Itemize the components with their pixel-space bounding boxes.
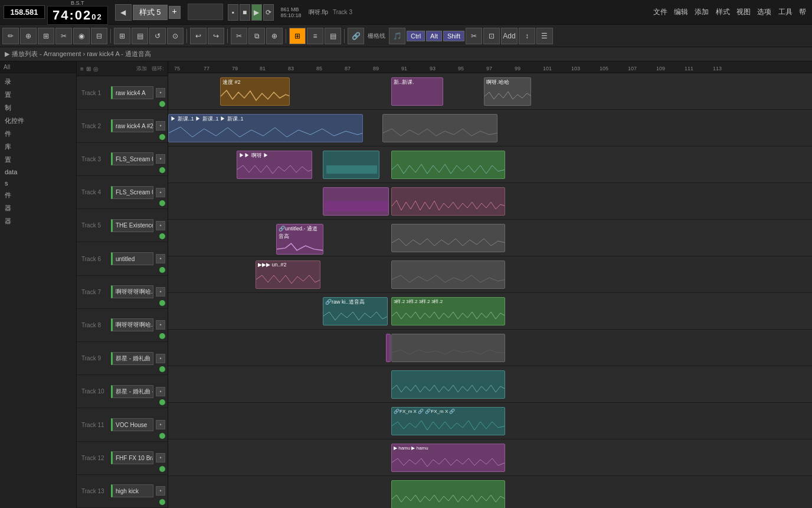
- sidebar-item-file[interactable]: 件: [0, 128, 76, 140]
- clip-t3-2[interactable]: [323, 151, 379, 179]
- track-btn-7[interactable]: •: [156, 287, 165, 297]
- track-btn-13[interactable]: •: [156, 486, 165, 496]
- copy-btn[interactable]: ⧉: [248, 28, 265, 44]
- track-btn-6[interactable]: •: [156, 254, 165, 263]
- track-btn-11[interactable]: •: [156, 420, 165, 429]
- track-name-5[interactable]: THE Existence of.: [111, 219, 153, 232]
- sidebar-item-s[interactable]: s: [0, 178, 76, 188]
- alt-btn[interactable]: Alt: [426, 31, 442, 41]
- transport-btn2[interactable]: ■: [240, 4, 250, 21]
- link-btn[interactable]: 🔗: [348, 28, 364, 44]
- snap-btn[interactable]: ⊞: [114, 28, 130, 44]
- track-name-9[interactable]: 群星 - 婚礼曲: [111, 352, 153, 365]
- menu-view[interactable]: 视图: [736, 8, 751, 16]
- menu-options[interactable]: 选项: [757, 8, 771, 16]
- track-name-13[interactable]: high kick: [111, 484, 153, 497]
- scissors-btn[interactable]: ✂: [466, 28, 482, 44]
- add-btn[interactable]: Add: [501, 28, 518, 44]
- clip-t3-3[interactable]: [391, 151, 505, 179]
- redo-btn[interactable]: ↪: [208, 28, 224, 44]
- menu-bar[interactable]: 文件 编辑 添加 样式 视图 选项 工具 帮: [651, 7, 808, 17]
- metronome-btn[interactable]: 🎵: [389, 28, 405, 44]
- clip-t6-1[interactable]: ▶▶▶ un..#2: [256, 260, 320, 289]
- clip-t2-1[interactable]: ▶ 新课..1 ▶ 新课..1 ▶ 新课..1: [168, 114, 363, 142]
- piano-roll-btn[interactable]: ⊞: [289, 28, 306, 44]
- mixer-btn[interactable]: ≡: [307, 28, 323, 44]
- clip-t10-1[interactable]: 🔗FX_m X 🔗 🔗FX_m X 🔗: [391, 407, 505, 435]
- track-name-1[interactable]: raw kick4 A: [111, 86, 153, 99]
- track-btn-12[interactable]: •: [156, 453, 165, 463]
- sidebar-item-rec[interactable]: 录: [0, 76, 76, 88]
- clip-t8-1[interactable]: [386, 334, 391, 362]
- cut-btn[interactable]: ✂: [231, 28, 247, 44]
- track-btn-2[interactable]: •: [156, 121, 165, 131]
- undo-btn[interactable]: ↩: [190, 28, 207, 44]
- clip-t1-2[interactable]: 新..新课.: [391, 77, 443, 106]
- menu-edit[interactable]: 编辑: [674, 8, 688, 16]
- track-name-4[interactable]: FLS_Scream 001.: [111, 186, 153, 199]
- sidebar-item-data[interactable]: data: [0, 167, 76, 177]
- paste-btn[interactable]: ⊕: [266, 28, 283, 44]
- track-btn-1[interactable]: •: [156, 88, 165, 97]
- sidebar-item-ctrl[interactable]: 制: [0, 102, 76, 114]
- clip-t1-3[interactable]: 啊呀.哈哈: [484, 77, 531, 106]
- clip-t7-1[interactable]: 🔗raw ki..道音高: [323, 297, 388, 325]
- sidebar-item-ctrl2[interactable]: 化控件: [0, 115, 76, 127]
- ctrl-btn[interactable]: Ctrl: [407, 31, 425, 41]
- loop-btn[interactable]: ↺: [149, 28, 166, 44]
- track-name-10[interactable]: 群星 - 婚礼曲 - P.: [111, 385, 153, 398]
- prev-pattern-btn[interactable]: ◀: [115, 4, 132, 21]
- sidebar-item-set[interactable]: 置: [0, 89, 76, 101]
- header-icon3[interactable]: ◎: [93, 66, 99, 72]
- track-name-11[interactable]: VOC House: [111, 418, 153, 431]
- erase-tool[interactable]: ✂: [55, 28, 72, 44]
- track-name-6[interactable]: untitled: [111, 252, 153, 265]
- clip-t4-1[interactable]: [323, 187, 389, 216]
- clip-t4-2[interactable]: [391, 187, 505, 216]
- clip-t9-1[interactable]: [391, 370, 505, 399]
- stamp-btn[interactable]: ⊡: [483, 28, 500, 44]
- track-name-12[interactable]: FHF FX 10 Brass F: [111, 451, 153, 464]
- clip-t3-1[interactable]: ▶▶ 啊呀 ▶: [237, 151, 312, 179]
- clip-t5-1[interactable]: 🔗untitled.- 通道音高: [276, 224, 323, 255]
- draw-tool[interactable]: ✏: [2, 28, 19, 44]
- group-btn[interactable]: ▤: [132, 28, 148, 44]
- sidebar-all[interactable]: All: [4, 64, 10, 70]
- transport-btn3[interactable]: ▶: [251, 4, 262, 21]
- track-btn-4[interactable]: •: [156, 188, 165, 197]
- arrow-btn[interactable]: ↕: [519, 28, 535, 44]
- transport-btn1[interactable]: ▪: [228, 4, 238, 21]
- sidebar-item-set2[interactable]: 置: [0, 154, 76, 166]
- extra-btn[interactable]: ☰: [536, 28, 553, 44]
- clip-t5-2[interactable]: [391, 224, 505, 252]
- track-btn-5[interactable]: •: [156, 221, 165, 230]
- track-btn-3[interactable]: •: [156, 154, 165, 164]
- clip-t11-1[interactable]: ▶ hamu ▶ hamu: [391, 444, 505, 472]
- menu-add[interactable]: 添加: [695, 8, 709, 16]
- header-icon1[interactable]: ≡: [80, 66, 84, 72]
- browser-btn[interactable]: ▤: [325, 28, 341, 44]
- transport-btn4[interactable]: ⟳: [263, 4, 274, 21]
- track-name-7[interactable]: 啊呀呀呀啊哈.: [111, 285, 153, 298]
- sidebar-item-part[interactable]: 件: [0, 189, 76, 201]
- track-name-2[interactable]: raw kick4 A #2: [111, 119, 153, 132]
- bpm-display[interactable]: 158.581: [4, 5, 45, 19]
- menu-help[interactable]: 帮: [799, 8, 806, 16]
- header-icon2[interactable]: ⊞: [86, 66, 91, 72]
- sidebar-item-lib[interactable]: 库: [0, 141, 76, 153]
- menu-tools[interactable]: 工具: [778, 8, 793, 16]
- clip-t2-2[interactable]: [382, 114, 497, 142]
- select-tool[interactable]: ⊕: [20, 28, 37, 44]
- menu-file[interactable]: 文件: [653, 8, 667, 16]
- record-btn[interactable]: ⊙: [167, 28, 184, 44]
- clip-t1-1[interactable]: 速度 #2: [220, 77, 290, 106]
- add-pattern-btn[interactable]: +: [169, 6, 181, 19]
- track-name-3[interactable]: FLS_Scream 001: [111, 152, 153, 165]
- sidebar-item-inst[interactable]: 器: [0, 202, 76, 214]
- shift-btn[interactable]: Shift: [443, 31, 464, 41]
- mute-tool[interactable]: ◉: [73, 28, 90, 44]
- clip-t6-2[interactable]: [391, 260, 505, 289]
- track-name-8[interactable]: 啊呀呀呀啊哈.: [111, 318, 153, 331]
- clip-t12-1[interactable]: [391, 480, 505, 508]
- track-btn-10[interactable]: •: [156, 387, 165, 396]
